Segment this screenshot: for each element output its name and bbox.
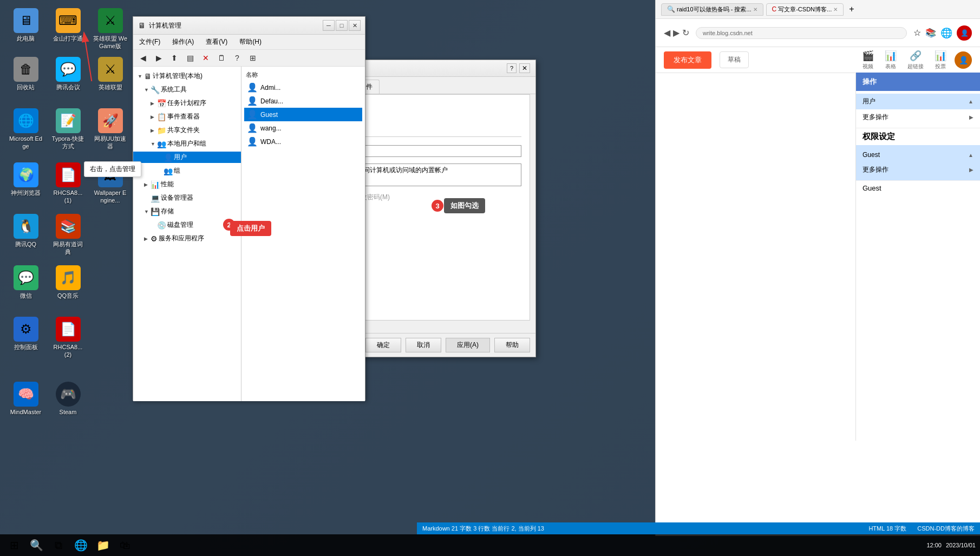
bookmark-icon[interactable]: ☆ — [913, 28, 921, 38]
menu-action[interactable]: 操作(A) — [169, 36, 197, 48]
tree-shared-folders[interactable]: ▶ 📁 共享文件夹 — [133, 123, 241, 137]
desktop-icon-lol[interactable]: ⚔ 英雄联盟 — [90, 54, 130, 94]
taskbar-search[interactable]: 🔍 — [27, 535, 46, 555]
nav-refresh[interactable]: ↻ — [682, 28, 689, 38]
csdn-video-btn[interactable]: 🎬 视频 — [862, 50, 874, 70]
desktop-icon-rhcsa1[interactable]: 📄 RHCSA8...(1) — [48, 160, 88, 207]
csdn-user-avatar[interactable]: 👤 — [955, 51, 972, 69]
desktop-icon-netease-dict[interactable]: 📚 网易有道词典 — [48, 211, 88, 259]
user-guest[interactable]: 👤 Guest — [244, 108, 362, 121]
tree-task-scheduler-label: 任务计划程序 — [167, 99, 206, 108]
toolbar-back[interactable]: ◀ — [136, 51, 150, 64]
new-tab-btn[interactable]: + — [849, 4, 854, 14]
desktop-icon-mindmaster[interactable]: 🧠 MindMaster — [5, 379, 46, 418]
desktop-icon-typora[interactable]: 📝 Typora-快捷方式 — [48, 106, 88, 153]
desktop-icon-rhcsa2[interactable]: 📄 RHCSA8...(2) — [48, 314, 88, 362]
step-2-label: 点击用户 — [230, 221, 271, 236]
recycle-icon: 🗑 — [14, 57, 38, 82]
desktop-icon-steam[interactable]: 🎮 Steam — [48, 379, 88, 418]
desktop-icon-recycle[interactable]: 🗑 回收站 — [5, 54, 46, 94]
csdn-link-btn[interactable]: 🔗 超链接 — [907, 50, 924, 70]
collection-icon[interactable]: 📚 — [925, 28, 936, 38]
tree-system-tools[interactable]: ▼ 🔧 系统工具 — [133, 83, 241, 96]
browser-tab-1[interactable]: 🔍 raid10可以做热备吗 - 搜索... ✕ — [661, 3, 763, 16]
tree-storage[interactable]: ▼ 💾 存储 — [133, 205, 241, 218]
toolbar-forward[interactable]: ▶ — [152, 51, 166, 64]
tab2-close[interactable]: ✕ — [833, 6, 838, 12]
user-wang-label: wang... — [260, 125, 282, 132]
dialog-help-button[interactable]: ? — [507, 63, 517, 73]
minimize-button[interactable]: ─ — [323, 20, 335, 31]
sidebar-more-actions-2[interactable]: 更多操作 ▶ — [856, 162, 980, 178]
taskbar-store[interactable]: 🛍 — [115, 535, 135, 555]
menu-view[interactable]: 查看(V) — [202, 36, 231, 48]
user-admin[interactable]: 👤 Admi... — [244, 81, 362, 94]
tree-users[interactable]: 👤 用户 — [133, 151, 241, 164]
rhcsa1-label: RHCSA8...(1) — [50, 189, 86, 205]
dialog-close-button[interactable]: ✕ — [519, 63, 530, 73]
sidebar-guest-arrow: ▲ — [968, 152, 974, 158]
desktop-icon-meeting[interactable]: 💬 腾讯会议 — [48, 54, 88, 94]
desktop-icon-this-pc[interactable]: 🖥 此电脑 — [5, 5, 46, 45]
menu-help[interactable]: 帮助(H) — [236, 36, 265, 48]
user-default[interactable]: 👤 Defau... — [244, 94, 362, 108]
csdn-table-btn[interactable]: 📊 表格 — [885, 50, 897, 70]
browser-actions: ☆ 📚 🌐 👤 — [913, 25, 972, 41]
taskbar-explorer[interactable]: 📁 — [93, 535, 113, 555]
edge-browser-icon[interactable]: 🌐 — [940, 27, 952, 39]
publish-article-btn[interactable]: 发布文章 — [664, 51, 711, 69]
apply-button[interactable]: 应用(A) — [446, 338, 490, 352]
taskbar-start[interactable]: ⊞ — [4, 535, 24, 555]
tree-task-scheduler[interactable]: ▶ 📅 任务计划程序 — [133, 96, 241, 110]
desktop-icon-qq[interactable]: 🐧 腾讯QQ — [5, 211, 46, 251]
tree-performance[interactable]: ▶ 📊 性能 — [133, 178, 241, 191]
toolbar-show-hide[interactable]: ▤ — [183, 51, 197, 64]
help-button[interactable]: 帮助 — [494, 338, 530, 352]
this-pc-icon: 🖥 — [14, 8, 38, 33]
tree-local-users[interactable]: ▼ 👥 本地用户和组 — [133, 137, 241, 151]
ok-button[interactable]: 确定 — [365, 338, 401, 352]
tree-users-label: 用户 — [174, 153, 187, 162]
desktop-icon-qq-music[interactable]: 🎵 QQ音乐 — [48, 263, 88, 302]
desktop-icon-jinshan[interactable]: ⌨ 金山打字通 — [48, 5, 88, 45]
toolbar-delete[interactable]: ✕ — [199, 51, 213, 64]
toolbar-up[interactable]: ⬆ — [167, 51, 181, 64]
sidebar-guest-item[interactable]: Guest ▲ — [856, 148, 980, 162]
desktop-icon-control[interactable]: ⚙ 控制面板 — [5, 314, 46, 354]
taskbar-taskview[interactable]: ⧉ — [49, 535, 68, 555]
browser-tabbar: 🔍 raid10可以做热备吗 - 搜索... ✕ C 写文章-CSDN博客...… — [656, 0, 980, 19]
desktop-icon-ie[interactable]: 🌍 神州浏览器 — [5, 160, 46, 199]
csdn-vote-btn[interactable]: 📊 投票 — [935, 50, 946, 70]
desktop-icon-wechat[interactable]: 💬 微信 — [5, 263, 46, 302]
tree-event-viewer[interactable]: ▶ 📋 事件查看器 — [133, 110, 241, 123]
wechat-icon: 💬 — [14, 265, 38, 290]
taskbar-edge[interactable]: 🌐 — [71, 535, 90, 555]
user-avatar-icon[interactable]: 👤 — [957, 25, 972, 41]
desktop-icon-wegame[interactable]: ⚔ 英雄联盟 WeGame版 — [90, 5, 130, 53]
toolbar-help[interactable]: ? — [230, 51, 244, 64]
sidebar-more-actions-1[interactable]: 更多操作 ▶ — [856, 109, 980, 125]
toolbar-extra[interactable]: ⊞ — [246, 51, 260, 64]
draft-btn[interactable]: 草稿 — [720, 51, 749, 68]
tree-device-manager[interactable]: 💻 设备管理器 — [133, 191, 241, 205]
address-bar[interactable]: write.blog.csdn.net — [696, 27, 907, 39]
nav-back[interactable]: ◀ — [664, 28, 670, 38]
tree-groups[interactable]: 👥 组 — [133, 164, 241, 178]
maximize-button[interactable]: □ — [336, 20, 348, 31]
tree-services[interactable]: ▶ ⚙ 服务和应用程序 — [133, 232, 241, 245]
desktop-icon-uu[interactable]: 🚀 网易UU加速器 — [90, 106, 130, 153]
tree-root[interactable]: ▼ 🖥 计算机管理(本地) — [133, 69, 241, 83]
comp-mgmt-toolbar: ◀ ▶ ⬆ ▤ ✕ 🗒 ? ⊞ — [133, 50, 365, 67]
menu-file[interactable]: 文件(F) — [136, 36, 164, 48]
user-wang[interactable]: 👤 wang... — [244, 121, 362, 135]
sidebar-user-item[interactable]: 用户 ▲ — [856, 94, 980, 109]
close-button[interactable]: ✕ — [349, 20, 361, 31]
nav-forward[interactable]: ▶ — [673, 28, 680, 38]
browser-tab-2[interactable]: C 写文章-CSDN博客... ✕ — [766, 3, 844, 16]
desktop-icon-edge[interactable]: 🌐 Microsoft Edge — [5, 106, 46, 153]
user-wda[interactable]: 👤 WDA... — [244, 135, 362, 148]
tab1-close[interactable]: ✕ — [753, 6, 757, 12]
netease-dict-label: 网易有道词典 — [50, 240, 86, 256]
toolbar-properties[interactable]: 🗒 — [214, 51, 228, 64]
cancel-button[interactable]: 取消 — [406, 338, 441, 352]
